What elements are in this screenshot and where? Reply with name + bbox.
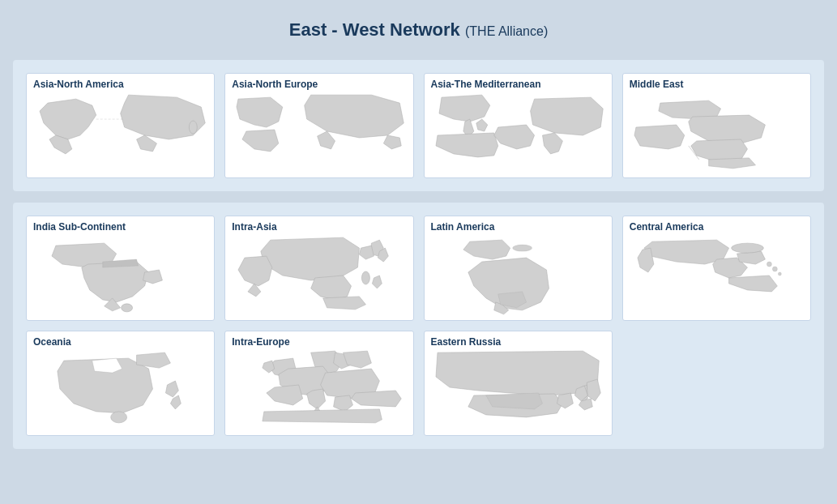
card-label-india-sub-continent: India Sub-Continent xyxy=(33,221,126,233)
card-asia-north-america[interactable]: Asia-North America xyxy=(26,73,215,178)
svg-point-6 xyxy=(731,243,763,253)
svg-point-3 xyxy=(122,304,133,312)
card-label-intra-asia: Intra-Asia xyxy=(232,221,276,233)
card-label-intra-europe: Intra-Europe xyxy=(232,336,289,348)
card-label-eastern-russia: Eastern Russia xyxy=(431,336,502,348)
page-title: East - West Network (THE Alliance) xyxy=(13,13,824,47)
map-svg-asia-med xyxy=(429,87,607,176)
map-svg-india xyxy=(32,229,209,318)
card-middle-east[interactable]: Middle East xyxy=(622,73,811,178)
card-india-sub-continent[interactable]: India Sub-Continent xyxy=(26,216,215,321)
card-label-latin-america: Latin America xyxy=(431,221,495,233)
map-svg-intra-asia xyxy=(230,229,408,318)
map-svg-central-america xyxy=(628,229,805,318)
map-svg-eastern-russia xyxy=(429,344,607,434)
grid-row2-bottom: Oceania Intra-Europe xyxy=(26,331,811,436)
card-latin-america[interactable]: Latin America xyxy=(424,216,613,321)
svg-point-8 xyxy=(772,267,777,271)
map-svg-asia-ne xyxy=(230,87,408,176)
card-label-asia-north-america: Asia-North America xyxy=(33,79,124,90)
svg-point-4 xyxy=(362,271,370,284)
card-label-central-america: Central America xyxy=(630,221,704,233)
grid-row1: Asia-North America Asia-North Europe xyxy=(26,73,811,178)
grid-row2-top: India Sub-Continent Intra-Asia xyxy=(26,216,811,321)
card-label-oceania: Oceania xyxy=(33,336,71,348)
svg-point-9 xyxy=(778,272,781,275)
card-intra-europe[interactable]: Intra-Europe xyxy=(224,331,413,436)
map-svg-latin-america xyxy=(429,229,607,318)
section-row1: Asia-North America Asia-North Europe xyxy=(13,60,824,191)
card-central-america[interactable]: Central America xyxy=(622,216,811,321)
svg-point-0 xyxy=(189,121,197,134)
card-asia-north-europe[interactable]: Asia-North Europe xyxy=(224,73,413,178)
card-label-asia-north-europe: Asia-North Europe xyxy=(232,79,318,90)
card-eastern-russia[interactable]: Eastern Russia xyxy=(424,331,613,436)
svg-point-7 xyxy=(767,262,771,267)
section-row2: India Sub-Continent Intra-Asia xyxy=(13,203,824,449)
svg-point-10 xyxy=(111,412,127,423)
map-svg-europe xyxy=(230,344,408,434)
card-label-middle-east: Middle East xyxy=(630,79,684,90)
card-oceania[interactable]: Oceania xyxy=(26,331,215,436)
svg-point-5 xyxy=(512,245,532,251)
map-svg-oceania xyxy=(32,344,209,434)
card-asia-mediterranean[interactable]: Asia-The Mediterranean xyxy=(424,73,613,178)
title-main: East - West Network xyxy=(289,19,460,40)
card-label-asia-mediterranean: Asia-The Mediterranean xyxy=(431,79,541,90)
map-svg-middle-east xyxy=(628,87,805,176)
card-intra-asia[interactable]: Intra-Asia xyxy=(224,216,413,321)
title-sub: (THE Alliance) xyxy=(465,24,548,38)
map-svg-asia-na xyxy=(32,87,209,176)
